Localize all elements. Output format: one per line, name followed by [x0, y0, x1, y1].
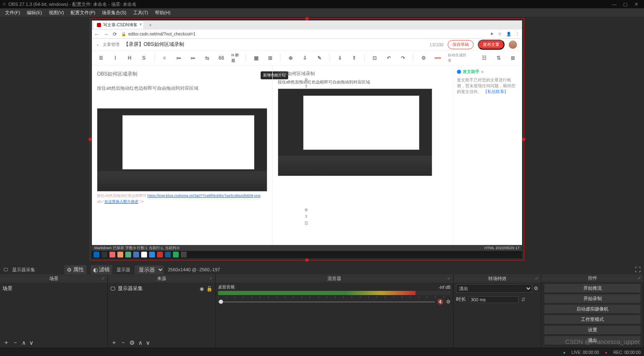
tb-code[interactable]: ⇩ — [301, 55, 309, 61]
nav-forward-icon[interactable]: → — [104, 31, 109, 37]
assist-panel: 发文助手 × 发文助手已对您的文章进行检测，暂未发现任何问题，期待您的发文佳作。… — [453, 66, 522, 245]
maximize-button[interactable]: ▢ — [620, 2, 631, 7]
markdown-pane[interactable]: OBS如何区域录制 按住alt然后拖动红色边框即可自由拖动到对应区域 按住Alt… — [92, 66, 273, 245]
scene-item[interactable]: 场景 — [3, 284, 105, 293]
tb-indent[interactable]: ⇆ — [203, 55, 211, 61]
new-tab-button[interactable]: ＋ — [146, 22, 155, 28]
move-down-button[interactable]: ∨ — [29, 339, 33, 346]
menu-help[interactable]: 帮助(H) — [152, 9, 174, 17]
display-select[interactable]: 显示器 — [134, 265, 164, 274]
menu-edit[interactable]: 编辑(E) — [23, 9, 46, 17]
popout-icon[interactable]: ⤢ — [101, 276, 105, 280]
menu-profile[interactable]: 配置文件(P) — [67, 9, 99, 17]
fit-button[interactable]: ⛶ — [635, 266, 641, 273]
tb-export[interactable]: ⇑ — [350, 55, 358, 61]
start-stream-button[interactable]: 开始推流 — [544, 283, 641, 293]
tb-ul[interactable]: ≡ — [160, 55, 168, 61]
volume-slider[interactable] — [218, 301, 435, 303]
address-field[interactable]: 🔒 editor.csdn.net/md/?not_checkout=1 — [121, 32, 486, 36]
lock-toggle-icon[interactable]: 🔓 — [206, 286, 213, 292]
tb-undo[interactable]: ↶ — [385, 55, 393, 61]
popout-icon[interactable]: ⤢ — [209, 276, 213, 280]
tb-link[interactable]: ⊕ — [287, 55, 295, 61]
filters-button[interactable]: ◐滤镜 — [91, 265, 112, 274]
tb-quote[interactable]: 66 — [217, 55, 226, 61]
tb-table[interactable]: ▦ — [252, 55, 260, 61]
browser-tab[interactable]: 写文章-CSDN博客 × — [94, 21, 143, 29]
tb-todo[interactable]: ≔ — [189, 55, 197, 61]
crop-handle-left[interactable] — [89, 138, 92, 141]
move-up-button[interactable]: ∧ — [138, 339, 142, 346]
crop-handle-right[interactable] — [522, 138, 525, 141]
start-record-button[interactable]: 开始录制 — [544, 294, 641, 303]
tb-import[interactable]: ⇓ — [336, 55, 344, 61]
remove-button[interactable]: － — [13, 339, 18, 346]
tb-italic[interactable]: I — [111, 55, 119, 61]
tb-right-3[interactable]: ⊞ — [509, 55, 517, 61]
move-up-button[interactable]: ∧ — [22, 339, 26, 346]
tb-strike[interactable]: S — [139, 55, 148, 61]
save-draft-button[interactable]: 保存草稿 — [448, 40, 474, 49]
preview-area[interactable]: 写文章-CSDN博客 × ＋ ← → ⟳ 🔒 editor.csdn.net/m… — [0, 18, 644, 265]
tb-ol[interactable]: ≔ — [175, 55, 183, 61]
tb-right-1[interactable]: ☷ — [480, 55, 489, 61]
visibility-toggle-icon[interactable]: ◉ — [200, 286, 204, 292]
browser-menu-icon[interactable]: ⋮ — [515, 32, 520, 36]
nav-back-icon[interactable]: ← — [94, 31, 99, 37]
exit-button[interactable]: 退出 — [544, 336, 641, 345]
tb-formula[interactable]: ✎ — [315, 55, 324, 61]
add-button[interactable]: ＋ — [3, 339, 9, 346]
minimize-button[interactable]: — — [609, 2, 620, 7]
duration-input[interactable] — [469, 296, 519, 303]
tb-redo[interactable]: ↷ — [399, 55, 407, 61]
breadcrumb[interactable]: 文章管理 — [103, 42, 119, 48]
tb-bold[interactable]: B — [97, 55, 105, 61]
bookmark-icon[interactable]: ☆ — [498, 31, 502, 37]
close-button[interactable]: ✕ — [631, 2, 641, 7]
menu-tools[interactable]: 工具(T) — [130, 9, 152, 17]
publish-button[interactable]: 发布文章 — [478, 40, 505, 50]
popout-icon[interactable]: ⤢ — [447, 276, 451, 280]
selected-source-label: 显示器采集 — [12, 267, 35, 273]
studio-mode-button[interactable]: 工作室模式 — [544, 315, 641, 324]
nav-reload-icon[interactable]: ⟳ — [113, 31, 117, 37]
sources-title: 来源 — [157, 275, 166, 282]
pane-handle-bottom[interactable]: ⊕⇕☰ — [304, 207, 308, 227]
tab-close-icon[interactable]: × — [139, 22, 142, 27]
settings-button[interactable]: ⚙ — [129, 339, 135, 346]
profile-icon[interactable]: 👤 — [506, 32, 511, 36]
crop-bounding-box[interactable]: 写文章-CSDN博客 × ＋ ← → ⟳ 🔒 editor.csdn.net/m… — [90, 18, 524, 260]
crop-handle-top[interactable] — [305, 17, 309, 20]
assist-link[interactable]: 私信联系 — [487, 89, 504, 94]
tb-image[interactable]: ⊞ — [266, 55, 274, 61]
popout-icon[interactable]: ⤢ — [638, 276, 641, 280]
tb-toc-label[interactable]: 自动生成目录 — [448, 53, 468, 63]
menu-view[interactable]: 视图(V) — [46, 9, 68, 17]
start-virtual-cam-button[interactable]: 启动虚拟摄像机 — [544, 304, 641, 314]
add-button[interactable]: ＋ — [111, 339, 117, 346]
menu-file[interactable]: 文件(F) — [2, 9, 23, 17]
avatar[interactable] — [509, 40, 517, 49]
stepper-icon[interactable]: ⇵ — [521, 297, 525, 303]
transition-settings-icon[interactable]: ⚙ — [534, 285, 538, 291]
tb-head[interactable]: H — [125, 55, 134, 61]
popout-icon[interactable]: ⤢ — [535, 276, 538, 280]
source-item[interactable]: 🖵 显示器采集 ◉ 🔓 — [110, 284, 213, 293]
settings-button[interactable]: 设置 — [544, 325, 641, 335]
move-down-button[interactable]: ∨ — [146, 339, 150, 346]
menu-scene-collection[interactable]: 场景集合(S) — [99, 9, 130, 17]
tb-save[interactable]: ⊡ — [370, 55, 379, 61]
extensions-icon[interactable]: ✦ — [490, 31, 494, 37]
assist-close-icon[interactable]: × — [481, 70, 484, 74]
editor-back-icon[interactable]: ‹ — [97, 42, 99, 47]
tb-right-2[interactable]: ⇅ — [494, 55, 503, 61]
tb-new-badge[interactable]: new — [434, 56, 442, 60]
tb-heading[interactable]: H 标题 — [231, 53, 240, 63]
properties-button[interactable]: ⚙属性 — [64, 265, 86, 274]
remove-button[interactable]: － — [120, 339, 126, 346]
transition-select[interactable]: 淡出 — [456, 284, 532, 293]
tb-settings[interactable]: ⚙ — [419, 55, 428, 61]
channel-settings-icon[interactable]: ⚙ — [446, 299, 451, 305]
crop-handle-bottom[interactable] — [305, 258, 309, 262]
mute-icon[interactable]: 🔇 — [437, 299, 444, 305]
